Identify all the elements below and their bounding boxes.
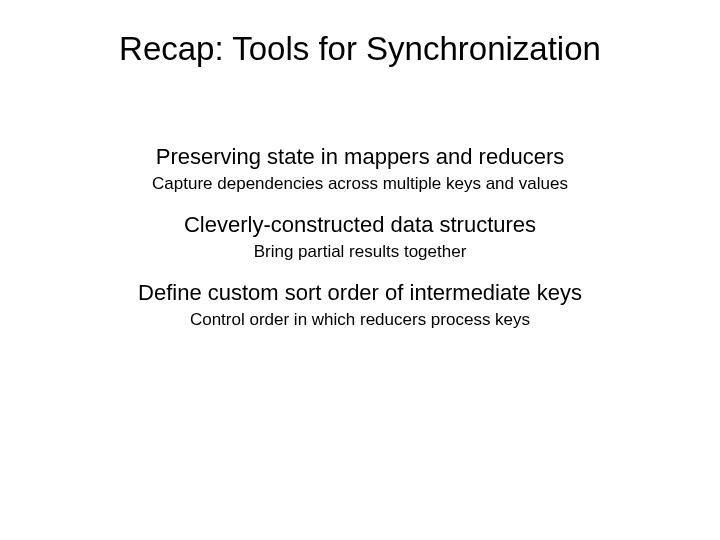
slide: Recap: Tools for Synchronization Preserv… [0, 0, 720, 540]
point-main: Define custom sort order of intermediate… [0, 280, 720, 306]
point-group: Cleverly-constructed data structures Bri… [0, 212, 720, 262]
slide-title: Recap: Tools for Synchronization [0, 30, 720, 68]
point-group: Define custom sort order of intermediate… [0, 280, 720, 330]
point-main: Preserving state in mappers and reducers [0, 144, 720, 170]
point-group: Preserving state in mappers and reducers… [0, 144, 720, 194]
point-sub: Control order in which reducers process … [0, 310, 720, 330]
point-sub: Bring partial results together [0, 242, 720, 262]
slide-body: Preserving state in mappers and reducers… [0, 130, 720, 348]
point-main: Cleverly-constructed data structures [0, 212, 720, 238]
point-sub: Capture dependencies across multiple key… [0, 174, 720, 194]
